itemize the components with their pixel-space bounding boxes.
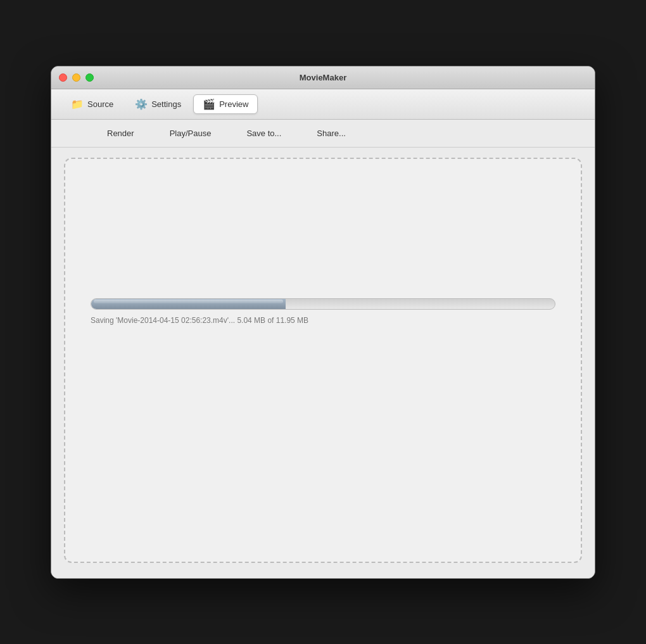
content-area: Saving 'Movie-2014-04-15 02:56:23.m4v'..… xyxy=(51,148,595,578)
film-icon: 🎬 xyxy=(203,98,215,110)
window-title: MovieMaker xyxy=(300,73,346,82)
minimize-button[interactable] xyxy=(72,73,80,82)
app-window: MovieMaker 📁 Source ⚙️ Settings 🎬 Previe… xyxy=(51,66,595,579)
maximize-button[interactable] xyxy=(86,73,94,82)
tab-bar: 📁 Source ⚙️ Settings 🎬 Preview xyxy=(51,89,595,120)
share-button[interactable]: Share... xyxy=(312,126,351,141)
tab-settings-label: Settings xyxy=(151,99,181,109)
render-button[interactable]: Render xyxy=(102,126,139,141)
gear-icon: ⚙️ xyxy=(135,98,148,110)
window-controls xyxy=(59,73,94,82)
folder-icon: 📁 xyxy=(71,98,84,110)
tab-preview-label: Preview xyxy=(219,99,248,109)
close-button[interactable] xyxy=(59,73,67,82)
titlebar: MovieMaker xyxy=(51,66,595,89)
progress-bar-track xyxy=(91,298,555,310)
tab-settings[interactable]: ⚙️ Settings xyxy=(125,94,191,114)
tab-preview[interactable]: 🎬 Preview xyxy=(193,94,258,114)
play-pause-button[interactable]: Play/Pause xyxy=(165,126,217,141)
save-to-button[interactable]: Save to... xyxy=(241,126,286,141)
preview-frame: Saving 'Movie-2014-04-15 02:56:23.m4v'..… xyxy=(64,158,582,563)
tab-source-label: Source xyxy=(87,99,113,109)
progress-bar-fill xyxy=(91,299,286,309)
tab-source[interactable]: 📁 Source xyxy=(61,94,123,114)
progress-container: Saving 'Movie-2014-04-15 02:56:23.m4v'..… xyxy=(91,298,555,325)
action-toolbar: Render Play/Pause Save to... Share... xyxy=(51,120,595,148)
progress-status-text: Saving 'Movie-2014-04-15 02:56:23.m4v'..… xyxy=(91,316,555,325)
